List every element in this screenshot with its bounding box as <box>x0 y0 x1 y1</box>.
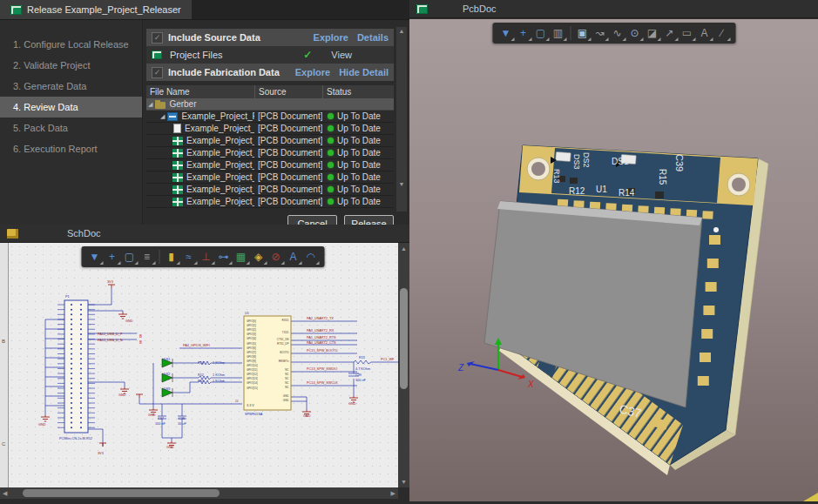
pcbdoc-tab-icon <box>416 4 428 14</box>
tab-release[interactable]: Release Example_Project_Releaser <box>0 0 192 19</box>
step-5[interactable]: 5. Pack Data <box>0 118 142 138</box>
expander-icon[interactable]: ◢ <box>148 98 152 110</box>
schdoc-hscrollbar[interactable]: ◀ ▶ <box>0 487 398 499</box>
table-row[interactable]: ◢Gerber <box>146 98 394 111</box>
board-insight-icon[interactable]: ▥ <box>550 24 566 42</box>
align-icon[interactable]: ≡ <box>139 248 155 265</box>
status-dot <box>328 150 334 156</box>
scroll-up-icon[interactable]: ▲ <box>401 243 407 254</box>
led-symbols <box>162 359 172 397</box>
component-icon[interactable]: ▮ <box>163 248 179 265</box>
cell-status: Up To Date <box>322 171 394 183</box>
polygon-icon[interactable]: ◪ <box>644 24 660 42</box>
ic-pin-label: GPIO[3] <box>247 333 256 336</box>
file-table-header[interactable]: File Name Source Status <box>146 85 394 98</box>
sch-text: R13 <box>198 380 204 383</box>
step-4[interactable]: 4. Review Data <box>0 97 142 118</box>
fabrication-hide-detail-link[interactable]: Hide Detail <box>339 67 389 77</box>
project-files-view-link[interactable]: View <box>331 50 352 60</box>
tune-icon[interactable]: ∿ <box>609 24 625 42</box>
select-rect-icon[interactable]: ▢ <box>121 248 138 265</box>
text-icon[interactable]: A <box>696 24 713 42</box>
expander-icon[interactable]: ◢ <box>160 111 165 122</box>
ic-pin-label: GPIO[5] <box>247 342 256 346</box>
scroll-left-icon[interactable]: ◀ <box>3 487 7 499</box>
column-source[interactable]: Source <box>254 85 322 98</box>
wire-icon[interactable]: ≈ <box>180 248 197 265</box>
project-files-row[interactable]: Project Files ✓ View <box>146 46 394 64</box>
schdoc-vscrollbar[interactable]: ▲ ▼ <box>398 243 409 487</box>
designator-r14: R14 <box>619 188 635 198</box>
power-port-icon[interactable]: ⊥ <box>198 248 214 265</box>
step-3[interactable]: 3. Generate Data <box>0 76 142 97</box>
arc-icon[interactable]: ◠ <box>302 248 319 265</box>
scroll-up-icon[interactable]: ▲ <box>396 28 407 34</box>
sch-text: 3.3 V <box>247 404 254 407</box>
source-explore-link[interactable]: Explore <box>314 32 348 43</box>
column-file-name[interactable]: File Name <box>146 85 254 98</box>
source-checkbox[interactable]: ✓ <box>152 32 163 44</box>
scroll-down-icon[interactable]: ▼ <box>401 476 407 487</box>
scroll-down-icon[interactable]: ▼ <box>396 181 407 187</box>
table-row[interactable]: Example_Project_R[PCB Document]Up To Dat… <box>146 171 394 184</box>
project-files-label: Project Files <box>170 50 303 60</box>
filter-icon[interactable]: ▼ <box>86 248 103 265</box>
table-row[interactable]: Example_Project_R[PCB Document]Up To Dat… <box>146 123 394 135</box>
part-icon[interactable]: ▦ <box>233 248 249 265</box>
step-1[interactable]: 1. Configure Local Release <box>0 34 142 55</box>
designator-ds2: DS2 <box>582 152 591 168</box>
schdoc-tabbar[interactable]: SchDoc <box>0 225 409 243</box>
hscroll-thumb[interactable] <box>23 489 220 497</box>
pcb-3d-canvas[interactable]: R13DS3DS2DS1R15C39R12U1R14C37 Z X ▼+▢▥▣↝… <box>409 19 818 501</box>
sch-text: PC1_WF <box>381 358 395 361</box>
sch-text: R14 <box>198 361 204 365</box>
via-icon[interactable]: ⊙ <box>626 24 643 42</box>
file-name: Example_Project_R <box>185 123 254 134</box>
cell-status <box>322 98 394 110</box>
line-icon[interactable]: ∕ <box>713 24 730 42</box>
select-rect-icon[interactable]: ▢ <box>532 24 549 42</box>
table-row[interactable]: Example_Project_R[PCB Document]Up To Dat… <box>146 147 394 159</box>
no-erc-icon[interactable]: ⊘ <box>267 248 284 265</box>
step-6[interactable]: 6. Execution Report <box>0 138 142 159</box>
crosshair-icon[interactable]: + <box>515 24 531 42</box>
measure-icon[interactable]: ▭ <box>679 24 695 42</box>
cell-source: [PCB Document] <box>254 147 322 158</box>
file-name: Gerber <box>169 98 196 110</box>
sch-text: 3V3 <box>98 452 104 455</box>
content-scrollbar[interactable]: ▲ ▼ <box>396 27 407 212</box>
directive-icon[interactable]: ◈ <box>250 248 267 265</box>
column-status[interactable]: Status <box>322 85 394 98</box>
table-row[interactable]: Example_Project_R[PCB Document]Up To Dat… <box>146 135 394 147</box>
ic-pin-label: GPIO[14] <box>247 381 258 385</box>
source-details-link[interactable]: Details <box>357 32 389 43</box>
table-row[interactable]: Example_Project_R[PCB Document]Up To Dat… <box>146 159 394 171</box>
vscroll-thumb[interactable] <box>400 288 408 389</box>
status-text: Up To Date <box>337 171 381 183</box>
status-dot <box>328 113 334 119</box>
text-icon[interactable]: A <box>285 248 301 265</box>
pcbdoc-tabbar[interactable]: PcbDoc <box>409 0 818 18</box>
designator-r13: R13 <box>552 169 561 184</box>
component-icon[interactable]: ▣ <box>574 24 591 42</box>
table-row[interactable]: Example_Project_R[PCB Document]Up To Dat… <box>146 196 394 208</box>
scroll-right-icon[interactable]: ▶ <box>391 487 395 499</box>
cell-file-name: Example_Project_R <box>146 123 254 134</box>
ic-pin-label: RESETn <box>279 360 289 363</box>
file-name: Example_Project_R <box>186 196 254 207</box>
section-include-fabrication-data[interactable]: ✓ Include Fabrication Data Explore Hide … <box>146 64 394 81</box>
schematic-canvas[interactable]: P1PCIMini-CN-2x-M-R523V3GNDPA12_USB_D_PP… <box>0 243 405 487</box>
table-row[interactable]: Example_Project_R[PCB Document]Up To Dat… <box>146 184 394 196</box>
fabrication-checkbox[interactable]: ✓ <box>152 67 163 78</box>
section-include-source-data[interactable]: ✓ Include Source Data Explore Details <box>146 29 394 46</box>
step-2[interactable]: 2. Validate Project <box>0 55 142 76</box>
dimension-icon[interactable]: ↗ <box>661 24 678 42</box>
cell-status: Up To Date <box>322 147 394 158</box>
release-tabbar: Release Example_Project_Releaser <box>0 0 409 20</box>
crosshair-icon[interactable]: + <box>104 248 120 265</box>
route-icon[interactable]: ↝ <box>592 24 608 42</box>
table-row[interactable]: ◢Example_Project_Relea[PCB Document]Up T… <box>146 111 394 123</box>
fabrication-explore-link[interactable]: Explore <box>295 67 330 77</box>
net-label-icon[interactable]: ⊶ <box>215 248 232 265</box>
filter-icon[interactable]: ▼ <box>497 24 514 42</box>
